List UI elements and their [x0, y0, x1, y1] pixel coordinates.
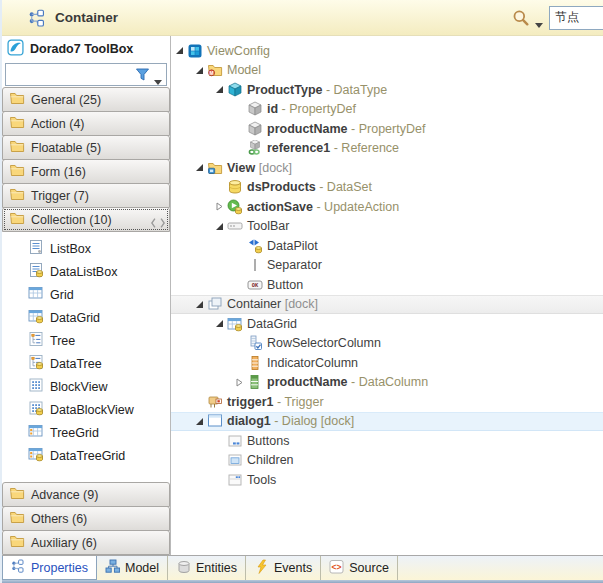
toolbox-item-datablockview[interactable]: DataBlockView — [2, 398, 170, 421]
toolbox-item-label: DataListBox — [50, 265, 117, 279]
filter-funnel-icon[interactable] — [135, 67, 150, 82]
expander-spacer — [233, 122, 246, 135]
tree-row-model[interactable]: MModel — [171, 61, 603, 81]
tree-node-label: DataGrid — [247, 317, 297, 331]
toolbox-category-collection[interactable]: Collection (10) — [2, 207, 170, 232]
toolbox-item-datagrid[interactable]: DataGrid — [2, 306, 170, 329]
toolbox-item-label: BlockView — [50, 380, 107, 394]
children-icon — [227, 452, 243, 468]
expander-open-icon[interactable] — [213, 317, 226, 330]
toolbox-item-datalistbox[interactable]: DataListBox — [2, 260, 170, 283]
folder-icon — [9, 90, 25, 109]
expander-open-icon[interactable] — [173, 44, 186, 57]
expander-open-icon[interactable] — [193, 298, 206, 311]
tree-row-trigger1[interactable]: trigger1 - Trigger — [171, 392, 603, 412]
toolbox-item-datatree[interactable]: DataTree — [2, 352, 170, 375]
expander-open-icon[interactable] — [193, 161, 206, 174]
tree-row-children[interactable]: Children — [171, 451, 603, 471]
expander-spacer — [233, 337, 246, 350]
tree-row-productname[interactable]: productName - DataColumn — [171, 373, 603, 393]
tree-row-rowselectorcolumn[interactable]: RowSelectorColumn — [171, 334, 603, 354]
toolbox-category-auxiliary[interactable]: Auxiliary (6) — [2, 530, 170, 555]
expander-spacer — [233, 259, 246, 272]
tab-entities[interactable]: Entities — [168, 556, 246, 580]
tree-row-tools[interactable]: Tools — [171, 470, 603, 490]
filter-caret-icon[interactable] — [154, 72, 163, 78]
toolbox-category-action[interactable]: Action (4) — [2, 111, 170, 136]
expander-open-icon[interactable] — [193, 415, 206, 428]
toolbox-item-blockview[interactable]: BlockView — [2, 375, 170, 398]
expander-closed-icon[interactable] — [233, 376, 246, 389]
folder-icon — [9, 485, 25, 504]
tree-row-container[interactable]: Container [dock] — [171, 295, 603, 315]
toolbox-item-datatreegrid[interactable]: DataTreeGrid — [2, 444, 170, 467]
tree-row-producttype[interactable]: ProductType - DataType — [171, 80, 603, 100]
tree-row-view[interactable]: View [dock] — [171, 158, 603, 178]
pin-chevrons-icon[interactable] — [150, 215, 163, 224]
toolbox-item-label: DataTree — [50, 357, 102, 371]
toolbox-search-input[interactable] — [6, 65, 135, 84]
tab-events[interactable]: Events — [246, 556, 321, 580]
toolbox-item-label: DataGrid — [50, 311, 100, 325]
toolbox-categories: General (25)Action (4)Floatable (5)Form … — [2, 88, 170, 232]
folder-icon — [9, 533, 25, 552]
tools-icon — [227, 472, 243, 488]
tree-row-actionsave[interactable]: actionSave - UpdateAction — [171, 197, 603, 217]
tree-node-label: Button — [267, 278, 303, 292]
toolbox-item-listbox[interactable]: ListBox — [2, 237, 170, 260]
tree-node-label: Tools — [247, 473, 276, 487]
tree-node-label: dsProducts — [247, 180, 316, 194]
tree-node-label: trigger1 — [227, 395, 274, 409]
tree-row-indicatorcolumn[interactable]: IndicatorColumn — [171, 353, 603, 373]
expander-closed-icon[interactable] — [213, 200, 226, 213]
node-search-combobox[interactable]: 节点 — [549, 6, 603, 30]
expander-spacer — [233, 103, 246, 116]
toolbox-item-grid[interactable]: Grid — [2, 283, 170, 306]
datagrid-t-icon — [227, 316, 243, 332]
toolbox-category-general[interactable]: General (25) — [2, 87, 170, 112]
tree-row-datagrid[interactable]: DataGrid — [171, 314, 603, 334]
tree-row-reference1[interactable]: reference1 - Reference — [171, 139, 603, 159]
tree-row-dsproducts[interactable]: dsProducts - DataSet — [171, 178, 603, 198]
toolbox-header: Dorado7 ToolBox — [2, 36, 170, 62]
datapilot-icon — [247, 238, 263, 254]
search-icon[interactable] — [512, 9, 530, 27]
toolbar-icon — [227, 218, 243, 234]
tree-row-buttons[interactable]: Buttons — [171, 431, 603, 451]
expander-open-icon[interactable] — [193, 64, 206, 77]
tree-row-button[interactable]: OKButton — [171, 275, 603, 295]
tree-row-datapilot[interactable]: DataPilot — [171, 236, 603, 256]
toolbox-category-form[interactable]: Form (16) — [2, 159, 170, 184]
dorado-logo-icon — [7, 39, 24, 59]
toolbox-title: Dorado7 ToolBox — [30, 42, 133, 56]
rowselector-icon — [247, 335, 263, 351]
toolbox-item-tree[interactable]: Tree — [2, 329, 170, 352]
tree-node-type: - DataColumn — [348, 375, 429, 389]
expander-open-icon[interactable] — [213, 220, 226, 233]
expander-spacer — [213, 473, 226, 486]
tree-row-viewconfig[interactable]: ViewConfig — [171, 41, 603, 61]
tab-model[interactable]: Model — [97, 556, 168, 580]
expander-open-icon[interactable] — [213, 83, 226, 96]
folder-icon — [9, 210, 25, 229]
search-dropdown-caret-icon[interactable] — [535, 15, 544, 21]
component-tree: ViewConfigMModelProductType - DataTypeid… — [171, 36, 603, 555]
editor-header: Container 节点 — [2, 0, 603, 36]
tab-properties[interactable]: Properties — [2, 556, 97, 580]
page-title: Container — [55, 10, 118, 25]
category-label: Form (16) — [31, 165, 86, 179]
tree-row-dialog1[interactable]: dialog1 - Dialog [dock] — [171, 412, 603, 432]
toolbox-category-trigger[interactable]: Trigger (7) — [2, 183, 170, 208]
tree-node-type: - DataSet — [316, 180, 372, 194]
indicator-icon — [247, 355, 263, 371]
cube-gray-icon — [247, 121, 263, 137]
tree-row-separator[interactable]: Separator — [171, 256, 603, 276]
toolbox-category-advance[interactable]: Advance (9) — [2, 482, 170, 507]
toolbox-category-others[interactable]: Others (6) — [2, 506, 170, 531]
tab-source[interactable]: <>Source — [321, 556, 398, 580]
toolbox-category-floatable[interactable]: Floatable (5) — [2, 135, 170, 160]
toolbox-item-treegrid[interactable]: TreeGrid — [2, 421, 170, 444]
tree-row-id[interactable]: id - PropertyDef — [171, 100, 603, 120]
tree-row-productname[interactable]: productName - PropertyDef — [171, 119, 603, 139]
tree-row-toolbar[interactable]: ToolBar — [171, 217, 603, 237]
